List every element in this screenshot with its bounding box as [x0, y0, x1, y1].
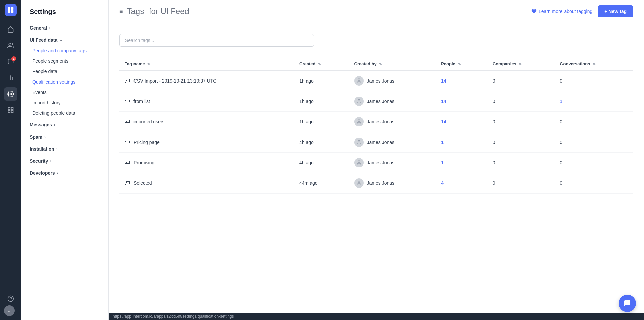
people-link[interactable]: 4 [441, 180, 444, 186]
sidebar-sub-items: People and company tags People segments … [27, 46, 103, 118]
new-tag-button[interactable]: + New tag [598, 5, 633, 17]
sidebar-item-security[interactable]: Security › [27, 156, 103, 166]
cell-people: 14 [436, 71, 487, 91]
sidebar-item-ui-feed-data[interactable]: UI Feed data ⌄ [27, 35, 103, 45]
messages-icon[interactable]: 1 [4, 55, 17, 68]
help-icon[interactable] [4, 292, 17, 305]
created-by-name: James Jonas [367, 99, 394, 104]
svg-rect-11 [8, 111, 10, 113]
sidebar-item-developers[interactable]: Developers › [27, 168, 103, 178]
cell-people: 14 [436, 91, 487, 112]
cell-companies: 0 [487, 173, 554, 194]
created-by-name: James Jonas [367, 140, 394, 145]
sidebar-item-import-history[interactable]: Import history [27, 98, 103, 108]
people-link[interactable]: 14 [441, 99, 446, 104]
user-avatar-icon [354, 178, 364, 188]
col-tag-name[interactable]: Tag name ⇅ [119, 57, 294, 71]
sort-icon-tag-name: ⇅ [147, 62, 150, 66]
cell-tag-name: 🏷 Selected [119, 173, 294, 194]
svg-rect-12 [11, 111, 13, 113]
col-created-by[interactable]: Created by ⇅ [349, 57, 436, 71]
sidebar-item-spam[interactable]: Spam › [27, 131, 103, 142]
sidebar-item-deleting-people-data[interactable]: Deleting people data [27, 108, 103, 118]
svg-rect-1 [11, 7, 13, 10]
cell-created: 4h ago [294, 153, 349, 173]
page-header: ≡ Tags for UI Feed Learn more about tagg… [109, 0, 644, 23]
col-created[interactable]: Created ⇅ [294, 57, 349, 71]
conversations-link[interactable]: 1 [560, 99, 562, 104]
sort-icon-created-by: ⇅ [379, 62, 382, 66]
icon-rail: 1 J [0, 0, 21, 320]
apps-icon[interactable] [4, 103, 17, 117]
svg-rect-3 [11, 10, 13, 13]
messages-badge: 1 [11, 56, 16, 61]
sidebar-item-installation[interactable]: Installation › [27, 144, 103, 154]
chevron-icon-security: › [50, 159, 51, 163]
app-logo[interactable] [5, 4, 17, 16]
search-input[interactable] [119, 34, 314, 47]
cell-created-by: James Jonas [349, 173, 436, 194]
contacts-icon[interactable] [4, 39, 17, 52]
sidebar-section-developers: Developers › [27, 168, 103, 178]
tag-icon: 🏷 [125, 78, 130, 84]
sidebar-item-people-data[interactable]: People data [27, 66, 103, 76]
col-conversations[interactable]: Conversations ⇅ [554, 57, 633, 71]
people-link[interactable]: 14 [441, 78, 446, 84]
user-avatar-icon [354, 138, 364, 147]
learn-more-link[interactable]: Learn more about tagging [531, 9, 592, 14]
chat-bubble[interactable] [619, 295, 636, 312]
hamburger-icon[interactable]: ≡ [119, 8, 123, 15]
sidebar-item-people-company-tags[interactable]: People and company tags [27, 46, 103, 56]
created-by-name: James Jonas [367, 180, 394, 186]
cell-tag-name: 🏷 imported users [119, 112, 294, 132]
cell-created-by: James Jonas [349, 153, 436, 173]
cell-created: 1h ago [294, 112, 349, 132]
tag-name-text: Selected [133, 180, 152, 186]
sidebar-item-general[interactable]: General › [27, 22, 103, 33]
cell-companies: 0 [487, 71, 554, 91]
inbox-icon[interactable] [4, 23, 17, 36]
cell-created-by: James Jonas [349, 91, 436, 112]
settings-icon[interactable] [4, 87, 17, 101]
user-avatar[interactable]: J [4, 305, 15, 316]
tag-icon: 🏷 [125, 139, 130, 145]
chevron-icon-developers: › [57, 171, 58, 175]
cell-conversations: 0 [554, 71, 633, 91]
sidebar-section-messages: Messages › [27, 119, 103, 130]
cell-created-by: James Jonas [349, 132, 436, 153]
svg-point-17 [358, 120, 360, 121]
tag-name-text: Promising [133, 160, 154, 165]
table-row: 🏷 CSV Import - 2019-10-21 13:10:37 UTC 1… [119, 71, 633, 91]
sidebar-section-general: General › [27, 22, 103, 33]
table-row: 🏷 Pricing page 4h ago James Jonas 1 [119, 132, 633, 153]
cell-tag-name: 🏷 Pricing page [119, 132, 294, 153]
svg-point-18 [358, 140, 360, 142]
sort-icon-conversations: ⇅ [593, 62, 595, 66]
col-companies[interactable]: Companies ⇅ [487, 57, 554, 71]
table-row: 🏷 Selected 44m ago James Jonas 4 0 [119, 173, 633, 194]
people-link[interactable]: 1 [441, 140, 444, 145]
cell-created: 1h ago [294, 91, 349, 112]
cell-people: 1 [436, 153, 487, 173]
col-people[interactable]: People ⇅ [436, 57, 487, 71]
sidebar-item-events[interactable]: Events [27, 87, 103, 97]
chevron-down-icon: ⌄ [59, 38, 62, 42]
sidebar-item-messages[interactable]: Messages › [27, 119, 103, 130]
cell-companies: 0 [487, 112, 554, 132]
cell-people: 1 [436, 132, 487, 153]
header-left: ≡ Tags for UI Feed [119, 7, 189, 16]
sort-icon-people: ⇅ [458, 62, 461, 66]
cell-tag-name: 🏷 Promising [119, 153, 294, 173]
tag-name-text: CSV Import - 2019-10-21 13:10:37 UTC [133, 78, 216, 84]
chevron-icon: › [49, 26, 50, 30]
people-link[interactable]: 14 [441, 119, 446, 124]
created-by-name: James Jonas [367, 160, 394, 165]
cell-conversations: 0 [554, 173, 633, 194]
sidebar-item-qualification-settings[interactable]: Qualification settings [27, 77, 103, 87]
svg-point-19 [358, 161, 360, 162]
svg-rect-2 [8, 10, 10, 13]
sidebar-item-people-segments[interactable]: People segments [27, 56, 103, 66]
reports-icon[interactable] [4, 71, 17, 85]
people-link[interactable]: 1 [441, 160, 444, 165]
tag-name-text: Pricing page [133, 140, 160, 145]
